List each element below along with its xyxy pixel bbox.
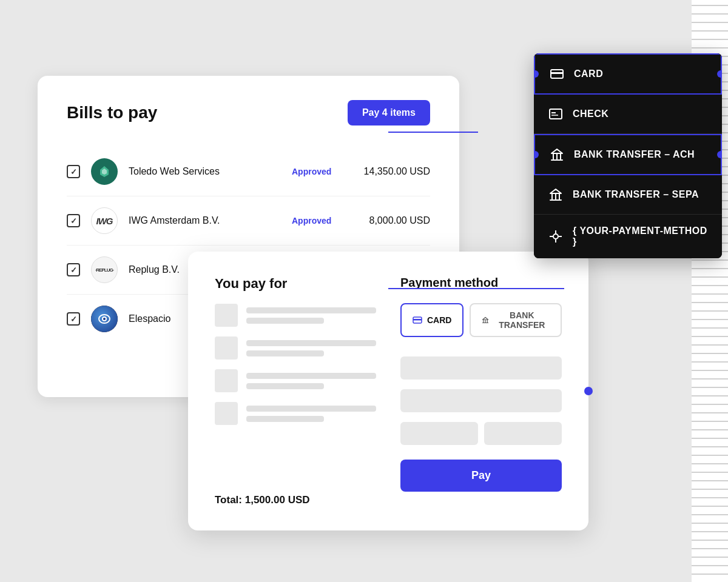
item-line <box>246 373 376 379</box>
card-name-field[interactable] <box>400 389 562 412</box>
checkbox-elespacio[interactable] <box>67 312 80 326</box>
item-thumb-2 <box>215 336 238 360</box>
avatar-toledo <box>91 158 118 185</box>
modal-connector-dot <box>584 387 593 395</box>
dropdown-item-ach[interactable]: BANK TRANSFER – ACH <box>534 134 722 175</box>
card-number-field[interactable] <box>400 356 562 380</box>
bank-icon-sepa <box>547 186 564 203</box>
payment-method-dropdown: CARD CHECK <box>534 53 722 258</box>
bill-name-toledo: Toledo Web Services <box>129 166 281 177</box>
dot-card-left <box>534 70 539 78</box>
item-thumb-4 <box>215 402 238 425</box>
replug-logo: ·REPLUG· <box>95 267 113 273</box>
tab-bank-transfer[interactable]: BANK TRANSFER <box>470 303 562 337</box>
bill-amount-iwg: 8,000.00 USD <box>351 215 430 226</box>
dot-ach-right <box>717 151 722 158</box>
card-icon <box>548 65 565 82</box>
svg-rect-5 <box>550 109 562 119</box>
modal-left: You pay for <box>215 276 376 506</box>
modal-right: Payment method CARD BAN <box>400 276 562 506</box>
dot-ach-left <box>534 151 539 158</box>
svg-rect-8 <box>553 153 554 160</box>
dropdown-item-check[interactable]: CHECK <box>534 95 722 134</box>
pay-modal-button[interactable]: Pay <box>400 460 562 492</box>
card-expiry-field[interactable] <box>400 422 478 445</box>
svg-point-14 <box>553 234 558 239</box>
pay-item-1 <box>215 304 376 327</box>
bill-status-iwg: Approved <box>292 216 340 226</box>
dropdown-item-sepa[interactable]: BANK TRANSFER – SEPA <box>534 175 722 215</box>
dropdown-label-sepa: BANK TRANSFER – SEPA <box>573 189 699 200</box>
item-line <box>246 383 324 389</box>
connector-line-card <box>388 132 478 133</box>
dot-card-right <box>717 70 722 78</box>
item-thumb-1 <box>215 304 238 327</box>
item-lines-3 <box>246 373 376 389</box>
svg-rect-20 <box>413 319 422 321</box>
dropdown-label-card: CARD <box>574 69 603 79</box>
svg-rect-10 <box>560 153 561 160</box>
svg-rect-22 <box>485 319 486 323</box>
card-tab-icon <box>413 315 422 325</box>
svg-rect-12 <box>555 193 556 200</box>
item-lines-1 <box>246 307 376 324</box>
modal-total: Total: 1,500.00 USD <box>215 487 376 506</box>
you-pay-for-title: You pay for <box>215 276 376 292</box>
avatar-iwg: IWG <box>91 207 118 234</box>
pay-modal: You pay for <box>188 252 588 530</box>
svg-point-2 <box>103 318 106 320</box>
item-lines-2 <box>246 340 376 356</box>
custom-icon <box>547 228 564 245</box>
checkbox-replug[interactable] <box>67 263 80 276</box>
item-line <box>246 350 324 356</box>
pay-item-2 <box>215 336 376 360</box>
bills-header: Bills to pay Pay 4 items <box>67 100 430 125</box>
dropdown-item-custom[interactable]: { YOUR-PAYMENT-METHOD } <box>534 215 722 258</box>
bill-name-iwg: IWG Amsterdam B.V. <box>129 215 281 226</box>
pay-item-3 <box>215 369 376 392</box>
svg-rect-23 <box>487 319 488 323</box>
toledo-icon <box>98 165 111 178</box>
connector-line-ach <box>388 288 564 289</box>
item-thumb-3 <box>215 369 238 392</box>
svg-rect-13 <box>559 193 560 200</box>
checkbox-iwg[interactable] <box>67 214 80 227</box>
bills-title: Bills to pay <box>67 103 157 122</box>
tab-card[interactable]: CARD <box>400 303 463 337</box>
bill-status-toledo: Approved <box>292 167 340 176</box>
item-line <box>246 406 376 412</box>
tab-card-label: CARD <box>427 315 451 325</box>
svg-rect-9 <box>556 153 558 160</box>
dropdown-label-check: CHECK <box>573 109 608 119</box>
item-line <box>246 307 376 313</box>
item-lines-4 <box>246 406 376 422</box>
checkbox-toledo[interactable] <box>67 165 80 178</box>
svg-rect-21 <box>484 319 484 323</box>
svg-rect-4 <box>551 72 563 74</box>
tab-bank-label: BANK TRANSFER <box>494 310 550 330</box>
avatar-replug: ·REPLUG· <box>91 256 118 283</box>
pay-items-button[interactable]: Pay 4 items <box>348 100 430 125</box>
item-line <box>246 416 324 422</box>
bill-row: IWG IWG Amsterdam B.V. Approved 8,000.00… <box>67 196 430 246</box>
bank-tab-icon <box>482 315 489 325</box>
bill-row: Toledo Web Services Approved 14,350.00 U… <box>67 147 430 196</box>
check-icon <box>547 105 564 122</box>
dropdown-item-card[interactable]: CARD <box>534 53 722 95</box>
bank-icon-ach <box>548 146 565 163</box>
item-line <box>246 340 376 346</box>
item-line <box>246 318 324 324</box>
elespacio-logo <box>91 306 118 332</box>
dropdown-label-custom: { YOUR-PAYMENT-METHOD } <box>573 226 709 247</box>
bill-amount-toledo: 14,350.00 USD <box>351 166 430 177</box>
pay-item-4 <box>215 402 376 425</box>
payment-method-tabs: CARD BANK TRANSFER <box>400 303 562 337</box>
iwg-logo: IWG <box>96 216 113 226</box>
dropdown-label-ach: BANK TRANSFER – ACH <box>574 149 695 160</box>
card-cvv-field[interactable] <box>484 422 562 445</box>
svg-rect-11 <box>551 193 553 200</box>
card-expiry-cvv-row <box>400 422 562 445</box>
avatar-elespacio <box>91 306 118 332</box>
